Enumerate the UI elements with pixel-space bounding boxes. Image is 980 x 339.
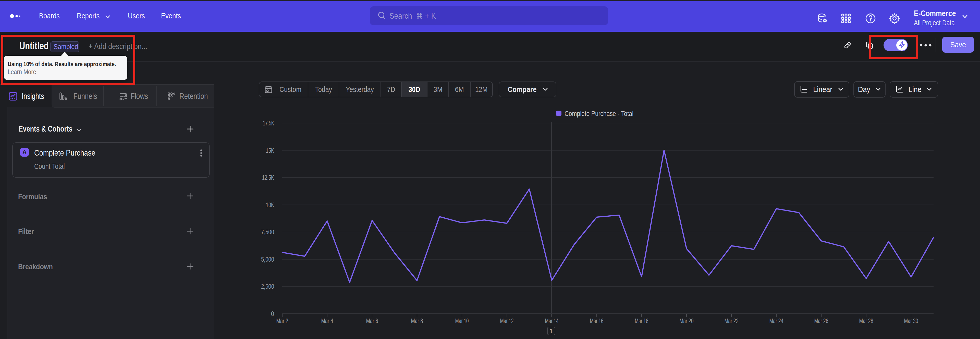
svg-text:Mar 10: Mar 10 [455,317,469,325]
svg-text:12.5K: 12.5K [262,174,274,181]
svg-text:10K: 10K [266,201,274,209]
svg-text:Mar 22: Mar 22 [724,317,738,325]
svg-text:Mar 30: Mar 30 [904,317,918,325]
svg-text:Mar 8: Mar 8 [411,317,423,325]
svg-text:Mar 24: Mar 24 [770,317,783,325]
svg-text:Mar 20: Mar 20 [679,317,694,325]
svg-text:Mar 28: Mar 28 [859,317,873,325]
svg-text:2,500: 2,500 [261,283,274,290]
svg-text:Mar 12: Mar 12 [500,317,514,325]
svg-text:Mar 14: Mar 14 [545,317,558,325]
svg-text:Mar 18: Mar 18 [635,317,649,325]
svg-text:7,500: 7,500 [261,228,274,236]
svg-text:Mar 2: Mar 2 [277,317,288,325]
svg-text:Mar 6: Mar 6 [366,317,378,325]
svg-text:Mar 4: Mar 4 [321,317,333,325]
svg-text:0: 0 [271,310,274,318]
svg-text:15K: 15K [266,147,274,154]
svg-text:Mar 26: Mar 26 [815,317,829,325]
svg-text:Mar 16: Mar 16 [590,317,604,325]
svg-text:17.5K: 17.5K [263,119,274,127]
svg-text:5,000: 5,000 [261,256,274,263]
